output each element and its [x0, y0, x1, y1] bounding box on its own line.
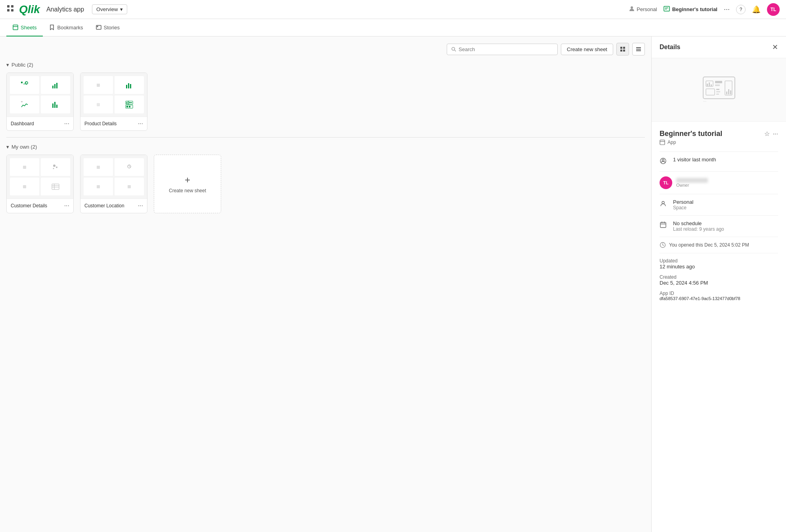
svg-rect-18 — [636, 47, 641, 48]
view-list-button[interactable] — [632, 43, 645, 55]
tutorial-button[interactable]: Beginner's tutorial — [664, 6, 717, 13]
meta-divider — [660, 253, 778, 253]
svg-point-12 — [452, 47, 455, 50]
product-details-name: Product Details — [84, 121, 117, 126]
space-row: Personal Space — [660, 199, 778, 211]
create-sheet-plus-icon: + — [185, 174, 190, 186]
cl-cell-3 — [84, 178, 113, 195]
customer-location-name: Customer Location — [84, 203, 124, 209]
tab-bookmarks[interactable]: Bookmarks — [43, 19, 89, 36]
opened-divider — [660, 237, 778, 237]
visitors-text: 1 visitor last month — [673, 157, 716, 163]
owner-label: Owner — [676, 183, 708, 188]
svg-rect-33 — [128, 83, 129, 88]
customer-location-more-button[interactable]: ··· — [138, 202, 143, 209]
svg-rect-0 — [7, 5, 10, 8]
details-app-name-row: Beginner's tutorial ☆ ··· — [660, 130, 778, 138]
help-button[interactable]: ? — [736, 5, 746, 14]
product-details-footer: Product Details ··· — [80, 117, 147, 130]
grid-menu-icon[interactable] — [6, 4, 14, 14]
create-sheet-card[interactable]: + Create new sheet — [154, 155, 221, 213]
svg-point-4 — [631, 6, 633, 9]
personal-space[interactable]: Personal — [629, 6, 657, 13]
qlik-logo: Qlik — [19, 3, 40, 16]
notifications-bell-icon[interactable]: 🔔 — [752, 5, 761, 14]
favorite-star-button[interactable]: ☆ — [764, 130, 770, 138]
owner-name-block: Owner — [676, 178, 708, 188]
svg-rect-68 — [726, 92, 727, 94]
svg-rect-58 — [715, 81, 722, 83]
visitors-divider — [660, 151, 778, 152]
updated-label: Updated — [660, 258, 778, 264]
public-section-header[interactable]: ▾ Public (2) — [6, 62, 645, 68]
public-sheets-grid: #1 — [6, 73, 645, 131]
svg-rect-26 — [56, 83, 57, 88]
top-nav: Qlik Analytics app Overview ▾ Personal B… — [0, 0, 786, 19]
more-options-icon[interactable]: ··· — [724, 5, 730, 13]
sheet-card-dashboard[interactable]: #1 — [6, 73, 74, 131]
details-kebab-button[interactable]: ··· — [773, 130, 778, 138]
svg-point-76 — [662, 201, 664, 204]
thumb-cell-p2 — [115, 76, 144, 94]
tab-stories[interactable]: Stories — [90, 19, 126, 36]
tab-sheets[interactable]: Sheets — [6, 19, 43, 36]
customer-details-more-button[interactable]: ··· — [64, 202, 69, 209]
svg-rect-19 — [636, 49, 641, 50]
search-icon — [451, 46, 456, 52]
view-grid-button[interactable] — [616, 43, 629, 55]
svg-rect-3 — [11, 9, 13, 11]
user-avatar[interactable]: TL — [767, 3, 780, 16]
dashboard-name: Dashboard — [11, 121, 34, 126]
svg-rect-65 — [707, 84, 708, 86]
space-label: Space — [673, 205, 693, 211]
created-value: Dec 5, 2024 4:56 PM — [660, 280, 778, 286]
my-own-section-header[interactable]: ▾ My own (2) — [6, 144, 645, 150]
create-new-sheet-button[interactable]: Create new sheet — [561, 44, 613, 55]
cd-cell-1 — [10, 158, 39, 176]
tab-stories-label: Stories — [104, 25, 120, 31]
create-sheet-label: Create new sheet — [169, 188, 206, 193]
chevron-down-icon: ▾ — [120, 6, 123, 12]
svg-rect-34 — [130, 84, 131, 88]
sheet-card-customer-details[interactable]: Customer Details ··· — [6, 155, 74, 213]
app-type-icon — [660, 140, 665, 145]
search-box[interactable] — [447, 44, 558, 55]
product-details-more-button[interactable]: ··· — [138, 120, 143, 127]
details-header: Details ✕ — [652, 36, 786, 58]
svg-line-13 — [455, 50, 456, 51]
main-layout: Create new sheet ▾ Public (2) — [0, 36, 786, 532]
thumb-cell-p3 — [84, 96, 113, 113]
svg-rect-27 — [21, 101, 23, 102]
clock-icon — [660, 242, 666, 248]
svg-point-11 — [97, 26, 98, 27]
svg-rect-35 — [97, 103, 100, 106]
svg-rect-47 — [23, 185, 26, 188]
svg-rect-17 — [623, 50, 625, 52]
schedule-divider — [660, 215, 778, 216]
dashboard-more-button[interactable]: ··· — [64, 120, 69, 127]
sheet-card-customer-location[interactable]: Customer Location ··· — [80, 155, 147, 213]
app-type-label: App — [667, 140, 676, 145]
thumb-cell-2 — [41, 76, 70, 94]
cd-cell-3 — [10, 178, 39, 195]
cl-cell-4 — [115, 178, 144, 195]
details-close-button[interactable]: ✕ — [772, 43, 778, 52]
overview-dropdown[interactable]: Overview ▾ — [92, 4, 127, 14]
svg-rect-2 — [7, 9, 10, 11]
schedule-sub: Last reload: 9 years ago — [673, 226, 724, 232]
customer-location-thumbnail — [80, 155, 147, 199]
thumb-cell-4 — [41, 96, 70, 113]
search-input[interactable] — [459, 46, 553, 52]
svg-rect-48 — [52, 184, 59, 189]
created-label: Created — [660, 274, 778, 280]
svg-rect-20 — [636, 50, 641, 51]
svg-rect-52 — [97, 166, 100, 169]
details-app-name-text: Beginner's tutorial — [660, 130, 722, 138]
svg-rect-72 — [660, 140, 665, 145]
sheet-card-product-details[interactable]: Product Details ··· — [80, 73, 147, 131]
svg-rect-30 — [56, 105, 57, 108]
svg-rect-1 — [11, 5, 13, 8]
details-content: Beginner's tutorial ☆ ··· App 1 visitor … — [652, 122, 786, 314]
svg-rect-70 — [730, 90, 731, 94]
tab-bookmarks-label: Bookmarks — [57, 25, 83, 31]
